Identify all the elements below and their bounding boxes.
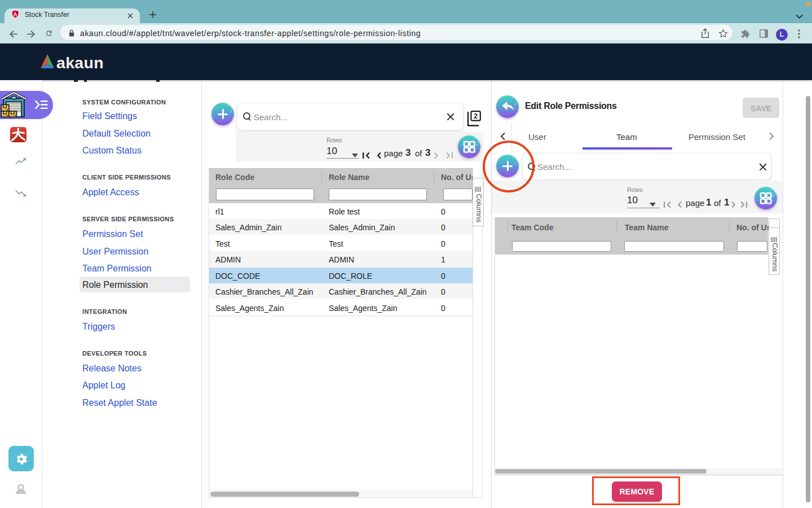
svg-text:2: 2 [474,112,478,120]
